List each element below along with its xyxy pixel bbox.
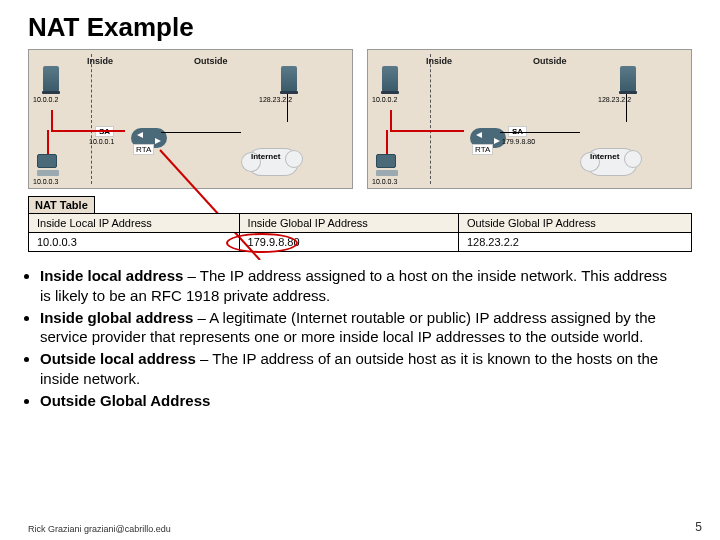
zone-divider [91, 54, 92, 184]
internet-label: Internet [251, 152, 280, 161]
pc-ip: 10.0.0.3 [372, 178, 397, 185]
wire-icon [626, 94, 627, 122]
zone-divider [430, 54, 431, 184]
term: Outside Global Address [40, 392, 210, 409]
list-item: Outside local address – The IP address o… [40, 349, 680, 389]
term: Inside local address [40, 267, 183, 284]
footer-credit: Rick Graziani graziani@cabrillo.edu [28, 524, 171, 534]
diagram-left: Inside Outside 10.0.0.2 10.0.0.3 RTA SA … [28, 49, 353, 189]
table-row: 10.0.0.3 179.9.8.80 128.23.2.2 [29, 233, 692, 252]
outside-server-icon [281, 66, 297, 92]
term: Inside global address [40, 309, 193, 326]
server-icon [382, 66, 398, 92]
wire-icon [390, 110, 392, 130]
server-ip: 10.0.0.2 [33, 96, 58, 103]
cell: 179.9.8.80 [239, 233, 458, 252]
rta-label: RTA [133, 144, 154, 155]
wire-icon [390, 130, 464, 132]
inside-label: Inside [87, 56, 113, 66]
list-item: Inside local address – The IP address as… [40, 266, 680, 306]
sa-left-ip: 10.0.0.1 [89, 138, 114, 145]
server-ip: 10.0.0.2 [372, 96, 397, 103]
wire-icon [161, 132, 241, 133]
inside-label: Inside [426, 56, 452, 66]
wire-icon [500, 132, 580, 133]
nat-table: Inside Local IP Address Inside Global IP… [28, 213, 692, 252]
sa-right-ip: 179.9.8.80 [502, 138, 535, 145]
outside-server-icon [620, 66, 636, 92]
wire-icon [51, 110, 53, 130]
rta-label: RTA [472, 144, 493, 155]
diagram-row: Inside Outside 10.0.0.2 10.0.0.3 RTA SA … [0, 49, 720, 195]
col-header: Outside Global IP Address [458, 214, 691, 233]
cell: 128.23.2.2 [458, 233, 691, 252]
cell: 10.0.0.3 [29, 233, 240, 252]
pc-icon [376, 154, 398, 176]
wire-icon [47, 130, 49, 154]
col-header: Inside Local IP Address [29, 214, 240, 233]
bullet-list: Inside local address – The IP address as… [0, 258, 720, 411]
slide-title: NAT Example [0, 0, 720, 49]
list-item: Inside global address – A legitimate (In… [40, 308, 680, 348]
col-header: Inside Global IP Address [239, 214, 458, 233]
diagram-right: Inside Outside 10.0.0.2 10.0.0.3 RTA SA … [367, 49, 692, 189]
nat-table-title: NAT Table [28, 196, 95, 213]
table-header-row: Inside Local IP Address Inside Global IP… [29, 214, 692, 233]
term: Outside local address [40, 350, 196, 367]
outside-label: Outside [194, 56, 228, 66]
nat-table-section: NAT Table Inside Local IP Address Inside… [0, 195, 720, 258]
page-number: 5 [695, 520, 702, 534]
outside-label: Outside [533, 56, 567, 66]
wire-icon [51, 130, 125, 132]
wire-icon [287, 94, 288, 122]
internet-label: Internet [590, 152, 619, 161]
list-item: Outside Global Address [40, 391, 680, 411]
pc-icon [37, 154, 59, 176]
wire-icon [386, 130, 388, 154]
pc-ip: 10.0.0.3 [33, 178, 58, 185]
server-icon [43, 66, 59, 92]
